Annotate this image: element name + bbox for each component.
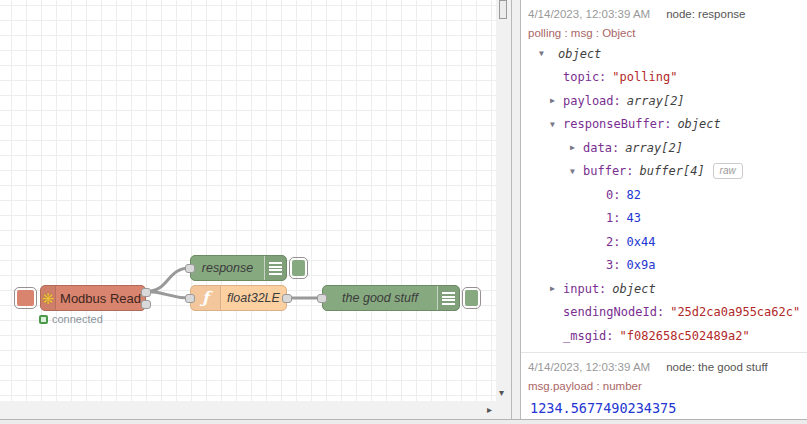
function-icon-area: ƒ [191,286,221,310]
tree-row[interactable]: ▼ object [528,42,807,66]
tree-row[interactable]: 1: 43 [528,207,807,231]
scroll-down-icon[interactable]: ▾ [499,388,504,398]
tree-key: responseBuffer: [563,117,671,131]
source-node: node: response [666,8,745,20]
debug-icon-area [264,256,286,280]
tree-row[interactable]: ▶ payload: array[2] [528,89,807,113]
object-tree: ▼ object topic: "polling" ▶ payload: arr… [528,42,807,348]
debug-message-response[interactable]: 4/14/2023, 12:03:39 AM node: response po… [521,0,807,353]
node-status: connected [39,313,103,325]
expand-arrow-icon[interactable]: ▶ [550,96,563,105]
debug-list-icon [269,262,282,275]
modbus-icon-area: ❋ [41,286,56,310]
tree-key: topic: [563,70,606,84]
status-text: connected [52,313,103,325]
tree-key: 0: [606,188,620,202]
tree-row[interactable]: sendingNodeId: "25d2ca0a955ca62c" [528,301,807,325]
window-bottom-edge [0,419,807,424]
wires-layer [0,0,496,401]
node-debug-response[interactable]: response [190,255,287,281]
tree-row[interactable]: 0: 82 [528,183,807,207]
tree-value: 82 [626,188,640,202]
horizontal-scrollbar[interactable]: ▸ [0,401,511,419]
sidebar-resize-divider[interactable] [511,0,521,419]
tree-value: buffer[4] [640,164,705,178]
wire-modbus-to-response[interactable] [146,268,190,292]
debug-toggle-button[interactable] [289,257,308,279]
debug-icon-area [437,286,459,310]
input-port[interactable] [185,294,195,303]
node-function-float32le[interactable]: ƒ float32LE [190,285,287,311]
raw-button[interactable]: raw [713,163,743,179]
message-topic: polling : msg : Object [528,27,807,39]
node-label: response [191,256,264,280]
collapse-arrow-icon[interactable]: ▼ [550,120,563,129]
input-port[interactable] [185,264,195,273]
debug-sidebar[interactable]: 4/14/2023, 12:03:39 AM node: response po… [521,0,807,419]
node-debug-good-stuff[interactable]: the good stuff [322,285,460,311]
modbus-gear-icon: ❋ [42,291,55,306]
tree-key: 1: [606,211,620,225]
tree-key: data: [583,141,619,155]
tree-key: input: [563,282,606,296]
modbus-node-button[interactable] [14,287,37,309]
node-modbus-read[interactable]: ❋ Modbus Read [40,285,146,311]
vertical-scrollbar[interactable]: ▾ [496,0,511,401]
tree-value: 43 [626,211,640,225]
tree-key: _msgid: [563,329,614,343]
vertical-scrollbar-thumb[interactable] [499,0,507,19]
message-meta: 4/14/2023, 12:03:39 AM node: response [528,8,807,20]
status-connected-icon [39,315,48,324]
output-port-1[interactable] [141,288,151,297]
payload-value: 1234.5677490234375 [528,400,807,416]
tree-row[interactable]: 3: 0x9a [528,254,807,278]
debug-message-good-stuff[interactable]: 4/14/2023, 12:03:39 AM node: the good st… [521,353,807,420]
collapse-arrow-icon[interactable]: ▼ [570,167,583,176]
tree-key: 2: [606,235,620,249]
flow-canvas[interactable]: ❋ Modbus Read connected response ƒ float… [0,0,496,401]
debug-toggle-button[interactable] [462,287,481,309]
tree-value: object [677,117,720,131]
tree-key: 3: [606,258,620,272]
node-red-editor: ❋ Modbus Read connected response ƒ float… [0,0,807,424]
timestamp: 4/14/2023, 12:03:39 AM [528,361,650,373]
tree-row[interactable]: ▶ data: array[2] [528,136,807,160]
tree-value: object [612,282,655,296]
tree-row[interactable]: ▶ input: object [528,277,807,301]
function-f-icon: ƒ [202,290,209,306]
source-node: node: the good stuff [666,361,767,373]
tree-value: 0x9a [626,258,655,272]
tree-key: sendingNodeId: [563,305,664,319]
tree-row[interactable]: _msgid: "f082658c502489a2" [528,324,807,348]
timestamp: 4/14/2023, 12:03:39 AM [528,8,650,20]
debug-list-icon [442,292,455,305]
tree-value: object [558,47,601,61]
input-port[interactable] [317,294,327,303]
output-port[interactable] [282,294,292,303]
tree-value: "25d2ca0a955ca62c" [670,305,800,319]
tree-value: "f082658c502489a2" [620,329,750,343]
scroll-right-icon[interactable]: ▸ [487,405,492,415]
tree-value: array[2] [627,94,685,108]
node-label: the good stuff [323,286,437,310]
tree-row[interactable]: ▼ buffer: buffer[4] raw [528,160,807,184]
node-label: float32LE [221,286,286,310]
tree-row[interactable]: topic: "polling" [528,66,807,90]
expand-arrow-icon[interactable]: ▶ [570,143,583,152]
expand-arrow-icon[interactable]: ▶ [550,284,563,293]
tree-value: 0x44 [626,235,655,249]
tree-key: buffer: [583,164,634,178]
tree-value: "polling" [612,70,677,84]
message-topic: msg.payload : number [528,380,807,392]
output-port-2[interactable] [141,300,151,309]
tree-row[interactable]: ▼ responseBuffer: object [528,113,807,137]
wire-modbus-to-float32le[interactable] [146,292,190,299]
tree-row[interactable]: 2: 0x44 [528,230,807,254]
collapse-arrow-icon[interactable]: ▼ [539,49,552,58]
message-meta: 4/14/2023, 12:03:39 AM node: the good st… [528,361,807,373]
tree-key: payload: [563,94,621,108]
tree-value: array[2] [625,141,683,155]
node-label: Modbus Read [56,286,145,310]
